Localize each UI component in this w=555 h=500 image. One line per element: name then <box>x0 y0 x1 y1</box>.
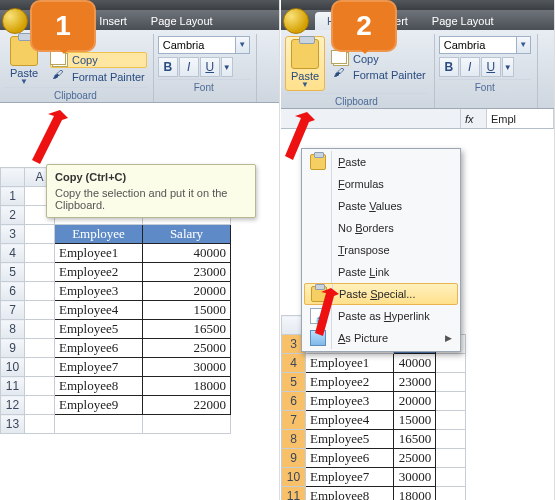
cell[interactable]: Employee8 <box>306 487 394 501</box>
cell[interactable]: 15000 <box>394 411 436 430</box>
cell[interactable] <box>25 339 55 358</box>
menu-item-paste-hyperlink[interactable]: Paste as Hyperlink <box>304 305 458 327</box>
cell[interactable] <box>25 282 55 301</box>
row-header[interactable]: 7 <box>282 411 306 430</box>
cell[interactable]: 15000 <box>143 301 231 320</box>
row-header[interactable]: 4 <box>1 244 25 263</box>
cell[interactable]: Salary <box>143 225 231 244</box>
row-header[interactable]: 11 <box>282 487 306 501</box>
cell[interactable] <box>25 415 55 434</box>
row-header[interactable]: 8 <box>282 430 306 449</box>
chevron-down-icon[interactable]: ▼ <box>517 36 531 54</box>
cell[interactable]: Employee4 <box>306 411 394 430</box>
cell[interactable]: Employee1 <box>55 244 143 263</box>
tab-page-layout[interactable]: Page Layout <box>420 12 506 30</box>
menu-item-as-picture[interactable]: As Picture▶ <box>304 327 458 349</box>
row-header[interactable]: 10 <box>282 468 306 487</box>
cell[interactable] <box>436 449 466 468</box>
underline-dropdown[interactable]: ▼ <box>502 57 514 77</box>
cell[interactable]: Employee4 <box>55 301 143 320</box>
italic-button[interactable]: I <box>179 57 199 77</box>
menu-item-paste-values[interactable]: Paste Values <box>304 195 458 217</box>
office-button[interactable] <box>2 8 28 34</box>
row-header[interactable]: 9 <box>1 339 25 358</box>
menu-item-formulas[interactable]: Formulas <box>304 173 458 195</box>
cell[interactable]: 25000 <box>394 449 436 468</box>
cell[interactable] <box>25 320 55 339</box>
formula-input[interactable]: Empl <box>487 109 554 128</box>
cell[interactable] <box>25 244 55 263</box>
fx-label[interactable]: fx <box>461 109 487 128</box>
cell[interactable]: 18000 <box>143 377 231 396</box>
row-header[interactable]: 3 <box>1 225 25 244</box>
cell[interactable] <box>436 411 466 430</box>
cell[interactable]: Employee5 <box>55 320 143 339</box>
underline-button[interactable]: U <box>200 57 220 77</box>
cell[interactable]: 30000 <box>394 468 436 487</box>
copy-button[interactable]: Copy <box>331 52 428 66</box>
cell[interactable] <box>436 373 466 392</box>
menu-item-paste-link[interactable]: Paste Link <box>304 261 458 283</box>
row-header[interactable]: 10 <box>1 358 25 377</box>
cell[interactable]: 25000 <box>143 339 231 358</box>
cell[interactable]: Employee2 <box>306 373 394 392</box>
paste-dropdown-arrow[interactable]: ▼ <box>20 79 28 85</box>
cell[interactable]: 23000 <box>394 373 436 392</box>
paste-button[interactable]: Paste ▼ <box>285 36 325 91</box>
cell[interactable] <box>55 415 143 434</box>
cell[interactable] <box>436 392 466 411</box>
cell[interactable] <box>25 396 55 415</box>
paste-dropdown-menu[interactable]: Paste Formulas Paste Values No Borders T… <box>301 148 461 352</box>
cell[interactable]: 20000 <box>394 392 436 411</box>
cell[interactable]: Employee <box>55 225 143 244</box>
row-header[interactable]: 8 <box>1 320 25 339</box>
bold-button[interactable]: B <box>439 57 459 77</box>
cell[interactable] <box>25 377 55 396</box>
cell[interactable]: Employee6 <box>55 339 143 358</box>
cell[interactable]: Employee6 <box>306 449 394 468</box>
cell[interactable] <box>143 415 231 434</box>
row-header[interactable]: 5 <box>1 263 25 282</box>
cell[interactable]: Employee9 <box>55 396 143 415</box>
cell[interactable]: Employee8 <box>55 377 143 396</box>
cell[interactable]: 18000 <box>394 487 436 501</box>
cell[interactable] <box>25 358 55 377</box>
row-header[interactable]: 6 <box>282 392 306 411</box>
cell[interactable] <box>436 430 466 449</box>
cell[interactable]: Employee1 <box>306 354 394 373</box>
office-button[interactable] <box>283 8 309 34</box>
row-header[interactable]: 1 <box>1 187 25 206</box>
cell[interactable]: 40000 <box>394 354 436 373</box>
cell[interactable] <box>25 301 55 320</box>
cell[interactable]: 30000 <box>143 358 231 377</box>
row-header[interactable]: 11 <box>1 377 25 396</box>
row-header[interactable]: 4 <box>282 354 306 373</box>
italic-button[interactable]: I <box>460 57 480 77</box>
cell[interactable]: 16500 <box>143 320 231 339</box>
cell[interactable]: 16500 <box>394 430 436 449</box>
row-header[interactable]: 12 <box>1 396 25 415</box>
chevron-down-icon[interactable]: ▼ <box>236 36 250 54</box>
paste-dropdown-arrow[interactable]: ▼ <box>301 82 309 88</box>
cell[interactable]: Employee7 <box>55 358 143 377</box>
font-family-input[interactable] <box>158 36 236 54</box>
cell[interactable] <box>25 225 55 244</box>
cell[interactable] <box>436 468 466 487</box>
cell[interactable]: Employee3 <box>306 392 394 411</box>
format-painter-button[interactable]: Format Painter <box>50 70 147 84</box>
formula-bar[interactable]: fx Empl <box>281 109 554 129</box>
cell[interactable]: 40000 <box>143 244 231 263</box>
cell[interactable]: 22000 <box>143 396 231 415</box>
underline-dropdown[interactable]: ▼ <box>221 57 233 77</box>
cell[interactable]: Employee2 <box>55 263 143 282</box>
row-header[interactable]: 13 <box>1 415 25 434</box>
font-family-input[interactable] <box>439 36 517 54</box>
row-header[interactable]: 2 <box>1 206 25 225</box>
cell[interactable] <box>436 354 466 373</box>
underline-button[interactable]: U <box>481 57 501 77</box>
cell[interactable]: 20000 <box>143 282 231 301</box>
row-header[interactable]: 9 <box>282 449 306 468</box>
cell[interactable]: Employee7 <box>306 468 394 487</box>
format-painter-button[interactable]: Format Painter <box>331 68 428 82</box>
cell[interactable]: Employee3 <box>55 282 143 301</box>
